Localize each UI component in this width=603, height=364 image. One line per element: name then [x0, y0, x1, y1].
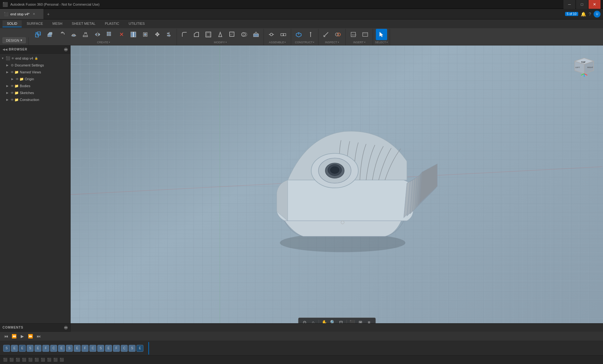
ws-tab-utilities[interactable]: UTILITIES — [124, 20, 149, 27]
timeline-op-3[interactable]: E — [19, 345, 26, 352]
timeline-track[interactable]: S E E S E F C E S E F C S E F C S E — [0, 341, 603, 355]
tab-label: end stop v4* — [10, 12, 29, 16]
help-icon[interactable]: ? — [589, 12, 591, 17]
eye-icon-nv[interactable]: 👁 — [11, 71, 14, 74]
timeline-op-7[interactable]: C — [50, 345, 57, 352]
assemble-button[interactable] — [278, 29, 289, 40]
tree-item-doc-settings[interactable]: ▶ ⚙ Document Settings — [0, 62, 70, 69]
timeline-op-15[interactable]: F — [113, 345, 120, 352]
close-button[interactable]: ✕ — [589, 0, 600, 9]
timeline-op-1[interactable]: S — [3, 345, 10, 352]
pattern-button[interactable] — [104, 29, 115, 40]
tree-item-origin[interactable]: ▶ 👁 📁 Origin — [0, 76, 70, 82]
notification-icon[interactable]: 🔔 — [581, 12, 586, 17]
browser-header: ◀◀ BROWSER ••• — [0, 45, 70, 54]
extrude-button[interactable] — [44, 29, 56, 40]
align-button[interactable] — [163, 29, 175, 40]
sweep-button[interactable] — [68, 29, 79, 40]
create-arrow-icon[interactable]: ▾ — [109, 41, 110, 44]
timeline-op-4[interactable]: S — [27, 345, 34, 352]
eye-icon-bodies[interactable]: 👁 — [11, 84, 14, 88]
maximize-button[interactable]: □ — [576, 0, 588, 9]
timeline-play-button[interactable]: ▶ — [19, 333, 26, 340]
select-button[interactable] — [376, 29, 387, 40]
timeline-op-6[interactable]: F — [42, 345, 49, 352]
viewport[interactable]: TOP LEFT RIGHT ⊙ ⌂ ✋ 🔍 ⊡ ⬛ ⊞ ≡ — [71, 45, 603, 332]
timeline-op-16[interactable]: C — [121, 345, 128, 352]
draft-button[interactable] — [215, 29, 226, 40]
split-face-button[interactable] — [128, 29, 139, 40]
replace-face-button[interactable] — [250, 29, 262, 40]
svg-rect-18 — [107, 32, 109, 34]
timeline-op-18[interactable]: E — [136, 345, 143, 352]
ws-tab-plastic[interactable]: PLASTIC — [100, 20, 124, 27]
ws-tab-solid[interactable]: SOLID — [3, 20, 22, 27]
insert-arrow-icon[interactable]: ▾ — [364, 41, 366, 44]
comments-options-button[interactable]: ••• — [64, 326, 68, 330]
eye-icon-sketches[interactable]: 👁 — [11, 91, 14, 95]
tab-item-active[interactable]: ⬛ end stop v4* ✕ — [0, 9, 44, 19]
timeline-op-13[interactable]: S — [97, 345, 104, 352]
timeline-op-2[interactable]: E — [11, 345, 18, 352]
joint-button[interactable] — [266, 29, 277, 40]
timeline-end-button[interactable]: ⏭ — [35, 333, 42, 340]
tab-add-button[interactable]: + — [44, 9, 53, 19]
loft-button[interactable] — [80, 29, 91, 40]
mirror-button[interactable] — [92, 29, 103, 40]
comments-panel: COMMENTS ••• — [0, 324, 71, 332]
fillet-button[interactable] — [179, 29, 190, 40]
tab-close-icon[interactable]: ✕ — [33, 12, 35, 16]
scale-button[interactable] — [227, 29, 238, 40]
timeline-op-5[interactable]: E — [35, 345, 41, 352]
tree-item-named-views[interactable]: ▶ 👁 📁 Named Views — [0, 69, 70, 76]
toolbar-select-group: SELECT ▾ — [373, 29, 390, 45]
timeline-op-8[interactable]: E — [58, 345, 65, 352]
axis-button[interactable] — [305, 29, 316, 40]
revolve-button[interactable] — [56, 29, 67, 40]
modify-arrow-icon[interactable]: ▾ — [226, 41, 227, 44]
eye-icon-origin[interactable]: 👁 — [16, 77, 19, 81]
timeline-op-17[interactable]: S — [129, 345, 136, 352]
minimize-button[interactable]: ─ — [563, 0, 575, 9]
eye-icon-root[interactable]: 👁 — [11, 57, 14, 60]
tree-item-bodies[interactable]: ▶ 👁 📁 Bodies — [0, 82, 70, 89]
inspect-arrow-icon[interactable]: ▾ — [338, 41, 339, 44]
offset-face-button[interactable] — [140, 29, 151, 40]
new-component-button[interactable]: + — [32, 29, 44, 40]
chamfer-button[interactable] — [191, 29, 202, 40]
ws-tab-mesh[interactable]: MESH — [48, 20, 67, 27]
measure-button[interactable] — [320, 29, 332, 40]
ws-tab-surface[interactable]: SURFACE — [22, 20, 47, 27]
browser-options-button[interactable]: ••• — [64, 48, 68, 51]
design-selector-button[interactable]: DESIGN ▾ — [3, 37, 26, 43]
timeline-op-12[interactable]: C — [89, 345, 96, 352]
timeline-start-button[interactable]: ⏮ — [3, 333, 9, 340]
timeline-next-button[interactable]: ⏩ — [27, 333, 34, 340]
canvas-button[interactable] — [360, 29, 371, 40]
tree-item-construction[interactable]: ▶ 👁 📁 Construction — [0, 96, 70, 103]
assemble-arrow-icon[interactable]: ▾ — [285, 41, 286, 44]
browser-collapse-icon[interactable]: ◀◀ — [3, 48, 8, 51]
tree-item-sketches[interactable]: ▶ 👁 📁 Sketches — [0, 89, 70, 96]
comments-header: COMMENTS ••• — [0, 324, 70, 332]
move-button[interactable]: ✥ — [152, 29, 163, 40]
ws-tab-sheet-metal[interactable]: SHEET METAL — [67, 20, 100, 27]
delete-button[interactable]: ✕ — [116, 29, 127, 40]
combine-button[interactable] — [238, 29, 250, 40]
tree-item-root[interactable]: ▼ ⬛ 👁 end stop v4 🔒 — [0, 55, 70, 62]
eye-icon-construction[interactable]: 👁 — [11, 98, 14, 102]
plane-button[interactable] — [293, 29, 304, 40]
user-avatar[interactable]: U — [594, 11, 600, 18]
model-svg — [253, 98, 441, 261]
timeline-op-11[interactable]: F — [82, 345, 88, 352]
interference-button[interactable] — [332, 29, 344, 40]
timeline-prev-button[interactable]: ⏪ — [11, 333, 18, 340]
timeline-op-9[interactable]: S — [66, 345, 73, 352]
select-arrow-icon[interactable]: ▾ — [387, 41, 388, 44]
construct-arrow-icon[interactable]: ▾ — [313, 41, 314, 44]
viewcube[interactable]: TOP LEFT RIGHT — [572, 52, 597, 77]
shell-button[interactable] — [203, 29, 214, 40]
timeline-op-14[interactable]: E — [105, 345, 112, 352]
timeline-op-10[interactable]: E — [74, 345, 81, 352]
insert-svg-button[interactable]: SVG — [348, 29, 359, 40]
